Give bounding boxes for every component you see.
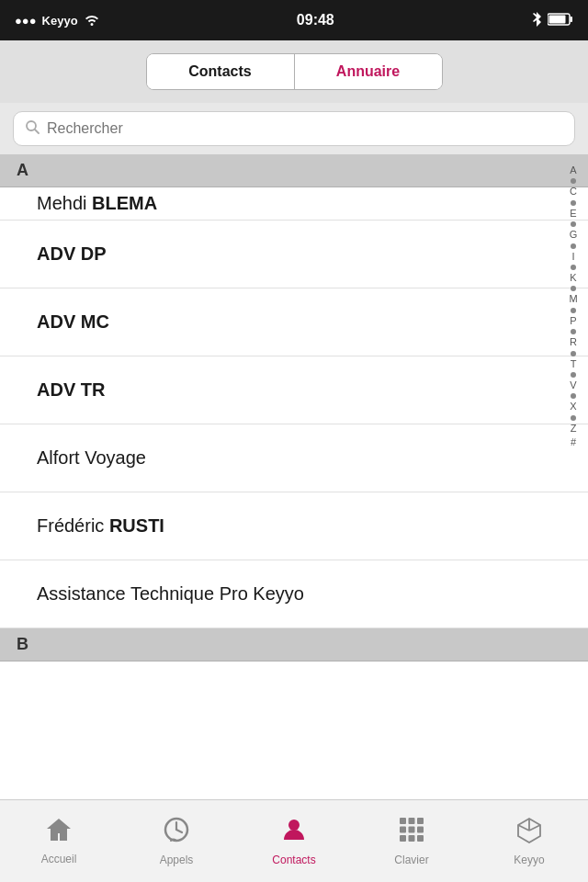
svg-point-8 bbox=[288, 820, 300, 831]
contact-name-advmc: ADV MC bbox=[37, 311, 109, 333]
alpha-dot bbox=[571, 415, 576, 421]
section-letter-b: B bbox=[17, 635, 28, 654]
svg-line-7 bbox=[176, 830, 182, 832]
svg-rect-9 bbox=[400, 818, 406, 824]
contact-row-partial[interactable]: Mehdi BLEMA bbox=[0, 187, 588, 220]
alpha-i[interactable]: I bbox=[571, 250, 574, 264]
battery-icon bbox=[548, 13, 573, 28]
segment-control: Contacts Annuaire bbox=[146, 53, 443, 90]
alpha-dot bbox=[571, 286, 576, 291]
tab-clavier-label: Clavier bbox=[394, 854, 428, 866]
alpha-k[interactable]: K bbox=[570, 271, 576, 285]
section-header-b: B bbox=[0, 628, 588, 662]
alpha-t[interactable]: T bbox=[571, 357, 577, 371]
svg-rect-13 bbox=[409, 827, 415, 833]
search-icon bbox=[25, 119, 40, 139]
alpha-dot bbox=[571, 372, 576, 378]
contact-row[interactable]: ADV DP bbox=[0, 220, 588, 288]
alpha-a[interactable]: A bbox=[570, 164, 576, 177]
svg-rect-11 bbox=[417, 818, 424, 824]
section-letter-a: A bbox=[17, 161, 28, 180]
svg-rect-14 bbox=[417, 827, 424, 833]
tab-contacts-label: Contacts bbox=[272, 854, 315, 866]
contact-name-frederic: Frédéric RUSTI bbox=[37, 515, 164, 537]
tab-keyyo[interactable]: Keyyo bbox=[470, 800, 588, 882]
alpha-dot bbox=[571, 308, 576, 313]
alpha-dot bbox=[571, 351, 576, 356]
bluetooth-icon bbox=[531, 12, 542, 29]
alpha-dot bbox=[571, 329, 576, 334]
contact-row[interactable]: Frédéric RUSTI bbox=[0, 492, 588, 560]
alpha-dot bbox=[571, 200, 576, 206]
segment-bar: Contacts Annuaire bbox=[0, 40, 588, 103]
status-right bbox=[531, 12, 573, 29]
contact-list: A Mehdi BLEMA ADV DP ADV MC ADV TR Alfor… bbox=[0, 154, 588, 818]
status-time: 09:48 bbox=[297, 12, 334, 28]
search-bar bbox=[0, 103, 588, 154]
status-left: ●●● Keyyo bbox=[15, 13, 100, 28]
svg-rect-1 bbox=[570, 17, 572, 22]
tab-bar: Accueil Appels Contacts bbox=[0, 799, 588, 882]
svg-rect-2 bbox=[548, 15, 565, 23]
alpha-v[interactable]: V bbox=[570, 379, 576, 392]
alpha-e[interactable]: E bbox=[570, 207, 576, 220]
svg-rect-10 bbox=[409, 818, 415, 824]
alpha-dot bbox=[571, 221, 576, 227]
search-input[interactable] bbox=[47, 120, 563, 137]
home-icon bbox=[45, 817, 73, 849]
contact-name-mehdi: Mehdi BLEMA bbox=[37, 193, 157, 214]
signal-icon: ●●● bbox=[15, 14, 37, 28]
contact-row[interactable]: ADV MC bbox=[0, 288, 588, 356]
alpha-c[interactable]: C bbox=[570, 185, 577, 198]
contact-row[interactable]: Assistance Technique Pro Keyyo bbox=[0, 560, 588, 628]
segment-contacts[interactable]: Contacts bbox=[147, 54, 294, 89]
alpha-r[interactable]: R bbox=[570, 335, 577, 349]
search-input-wrap[interactable] bbox=[13, 111, 575, 146]
tab-accueil-label: Accueil bbox=[41, 853, 77, 865]
tab-contacts[interactable]: Contacts bbox=[235, 800, 353, 882]
svg-line-20 bbox=[529, 825, 540, 831]
alpha-g[interactable]: G bbox=[570, 228, 578, 242]
alpha-dot bbox=[571, 243, 576, 249]
tab-keyyo-label: Keyyo bbox=[514, 854, 544, 866]
alpha-m[interactable]: M bbox=[569, 292, 577, 306]
carrier-label: Keyyo bbox=[42, 14, 78, 28]
segment-annuaire[interactable]: Annuaire bbox=[295, 54, 442, 89]
alpha-z[interactable]: Z bbox=[571, 422, 577, 435]
alpha-dot bbox=[571, 265, 576, 270]
alpha-x[interactable]: X bbox=[570, 400, 576, 413]
alpha-dot bbox=[571, 178, 576, 184]
alpha-p[interactable]: P bbox=[570, 314, 576, 328]
svg-line-21 bbox=[518, 825, 529, 831]
tab-clavier[interactable]: Clavier bbox=[353, 800, 470, 882]
contact-row[interactable]: Alfort Voyage bbox=[0, 424, 588, 492]
person-icon bbox=[280, 816, 308, 850]
svg-rect-17 bbox=[417, 835, 424, 842]
svg-rect-16 bbox=[409, 835, 415, 842]
contact-name-advdp: ADV DP bbox=[37, 243, 107, 265]
cube-icon bbox=[515, 816, 543, 850]
status-bar: ●●● Keyyo 09:48 bbox=[0, 0, 588, 40]
svg-rect-15 bbox=[400, 835, 406, 842]
svg-rect-12 bbox=[400, 827, 406, 833]
alpha-dot bbox=[571, 393, 576, 399]
grid-icon bbox=[398, 816, 425, 850]
tab-accueil[interactable]: Accueil bbox=[0, 800, 118, 882]
contact-name-advtr: ADV TR bbox=[37, 379, 105, 401]
contact-row[interactable]: ADV TR bbox=[0, 356, 588, 424]
tab-appels[interactable]: Appels bbox=[118, 800, 235, 882]
alpha-index: A C E G I K M P R T V X Z # bbox=[562, 154, 584, 818]
alpha-hash[interactable]: # bbox=[571, 435, 576, 449]
section-header-a: A bbox=[0, 154, 588, 187]
contact-name-assistance: Assistance Technique Pro Keyyo bbox=[37, 583, 304, 605]
contact-name-alfort: Alfort Voyage bbox=[37, 447, 146, 469]
clock-icon bbox=[163, 816, 190, 850]
svg-line-4 bbox=[35, 130, 39, 133]
wifi-icon bbox=[84, 13, 100, 28]
tab-appels-label: Appels bbox=[160, 854, 194, 866]
